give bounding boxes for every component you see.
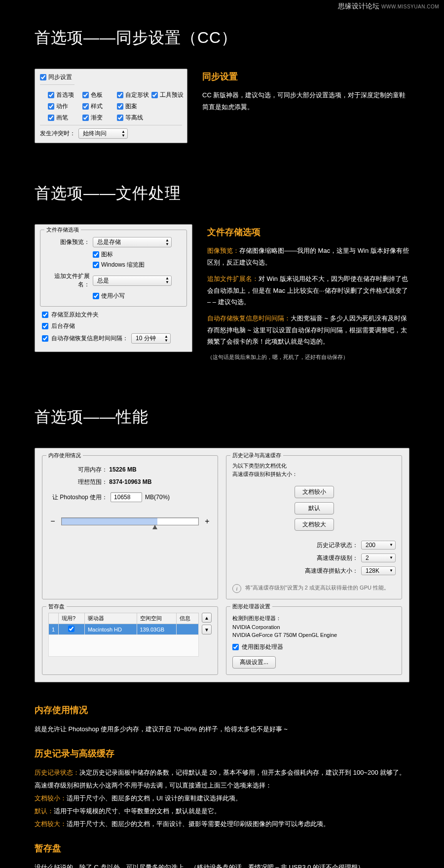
tile-size-label: 高速缓存拼贴大小： [305, 567, 358, 575]
file-handling-panel: 文件存储选项 图像预览： 总是存储▲▼ 图标 Windows 缩览图 追加文件扩… [35, 224, 192, 352]
chevron-down-icon: ▼ [389, 569, 393, 573]
performance-panel: 内存使用情况 可用内存： 15226 MB 理想范围： 8374-10963 M… [35, 448, 409, 682]
cb-bgsave[interactable] [42, 323, 48, 329]
cache-level-label: 高速缓存级别： [317, 554, 358, 562]
slider-decrease-button[interactable]: − [48, 517, 57, 526]
chevron-updown-icon: ▲▼ [164, 335, 168, 343]
slider-increase-button[interactable]: + [203, 517, 212, 526]
chevron-down-icon: ▼ [389, 543, 393, 547]
ext-label: 追加文件扩展名： [45, 272, 90, 289]
gpu-advanced-button[interactable]: 高级设置... [232, 656, 276, 669]
cb-swatches[interactable] [82, 92, 89, 98]
fieldset-title: 图形处理器设置 [230, 603, 272, 610]
chevron-updown-icon: ▲▼ [121, 130, 125, 138]
section-performance: 首选项——性能 内存使用情况 可用内存： 15226 MB 理想范围： 8374… [0, 377, 444, 692]
cb-styles[interactable] [82, 103, 89, 110]
desc-title: 同步设置 [202, 69, 409, 84]
table-row[interactable]: 1 Macintosh HD 139.03GB [49, 624, 199, 635]
mem-use-label: 让 Photoshop 使用： [52, 493, 108, 502]
section-title: 首选项——性能 [35, 406, 409, 428]
section-sync-settings: 首选项——同步设置（CC） 同步设置 首选项 色板 自定形状 工具预设 动作 样… [0, 0, 444, 153]
doc-default-button[interactable]: 默认 [295, 502, 334, 514]
top-watermark: 思缘设计论坛 WWW.MISSYUAN.COM [338, 2, 439, 11]
explain-heading: 历史记录与高级缓存 [35, 745, 409, 762]
cb-use-gpu[interactable] [232, 644, 239, 650]
cb-prefs[interactable] [48, 92, 54, 98]
fieldset-title: 内存使用情况 [46, 452, 83, 459]
info-icon: i [232, 584, 241, 593]
move-up-button[interactable]: ▲ [202, 613, 212, 623]
cb-actions[interactable] [48, 103, 54, 110]
ext-select[interactable]: 总是▲▼ [93, 276, 172, 286]
fieldset-title: 历史记录与高速缓存 [230, 452, 283, 459]
gpu-detected-label: 检测到图形处理器： [232, 615, 396, 622]
cb-contours[interactable] [117, 115, 123, 121]
conflict-label: 发生冲突时： [40, 129, 75, 138]
preview-label: 图像预览： [45, 238, 90, 246]
history-states-select[interactable]: 200▼ [361, 541, 396, 550]
cb-autosave[interactable] [42, 335, 48, 342]
tile-size-select[interactable]: 128K▼ [361, 566, 396, 575]
performance-explanation: 内存使用情况 就是允许让 Photoshop 使用多少内存，建议开启 70~80… [0, 701, 444, 868]
cb-shapes[interactable] [117, 92, 123, 98]
cb-savesource[interactable] [42, 312, 48, 318]
preview-select[interactable]: 总是存储▲▼ [93, 237, 172, 247]
cb-toolpreset[interactable] [151, 92, 158, 98]
section-title: 首选项——文件处理 [35, 183, 409, 204]
chevron-updown-icon: ▲▼ [165, 238, 169, 246]
mem-use-input[interactable] [111, 492, 142, 502]
cb-brushes[interactable] [48, 115, 54, 121]
explain-heading: 内存使用情况 [35, 701, 409, 719]
section-file-handling: 首选项——文件处理 文件存储选项 图像预览： 总是存储▲▼ 图标 Windows… [0, 153, 444, 377]
desc-title: 文件存储选项 [207, 224, 409, 240]
explain-heading: 暂存盘 [35, 839, 409, 857]
section-title: 首选项——同步设置（CC） [35, 27, 409, 49]
chevron-updown-icon: ▲▼ [165, 276, 169, 284]
gpu-model: NVIDIA GeForce GT 750M OpenGL Engine [232, 632, 396, 638]
sync-settings-panel: 同步设置 首选项 色板 自定形状 工具预设 动作 样式 图案 画笔 渐变 等高线… [35, 69, 187, 143]
cb-gradients[interactable] [82, 115, 89, 121]
autosave-interval-select[interactable]: 10 分钟▲▼ [131, 333, 171, 344]
sync-enable-checkbox[interactable] [40, 74, 46, 80]
doc-small-button[interactable]: 文档较小 [295, 486, 334, 498]
gpu-vendor: NVIDIA Corporation [232, 624, 396, 630]
cb-scratch-active[interactable] [68, 626, 74, 632]
cb-winthumb[interactable] [93, 262, 99, 268]
sync-enable-label: 同步设置 [48, 73, 72, 81]
file-description: 文件存储选项 图像预览：存储图像缩略图——我用的 Mac，这里与 Win 版本好… [207, 224, 409, 367]
scratch-disk-table: 现用? 驱动器 空闲空间 信息 1 Macintosh HD 139.03GB [48, 613, 199, 657]
fieldset-title: 文件存储选项 [44, 226, 81, 234]
conflict-select[interactable]: 始终询问▲▼ [78, 128, 128, 139]
chevron-down-icon: ▼ [389, 556, 393, 560]
sync-description: 同步设置 CC 新版神器，建议勾选，可同步大部分设置选项，对于深度定制的童鞋简直… [202, 69, 409, 118]
history-states-label: 历史记录状态： [317, 541, 358, 550]
move-down-button[interactable]: ▼ [202, 625, 212, 634]
cb-lowercase[interactable] [93, 293, 99, 299]
doc-big-button[interactable]: 文档较大 [295, 518, 334, 531]
fieldset-title: 暂存盘 [46, 603, 67, 610]
cb-patterns[interactable] [117, 103, 123, 110]
cb-icon[interactable] [93, 251, 99, 258]
cache-level-select[interactable]: 2▼ [361, 553, 396, 562]
mem-slider[interactable] [61, 517, 199, 525]
